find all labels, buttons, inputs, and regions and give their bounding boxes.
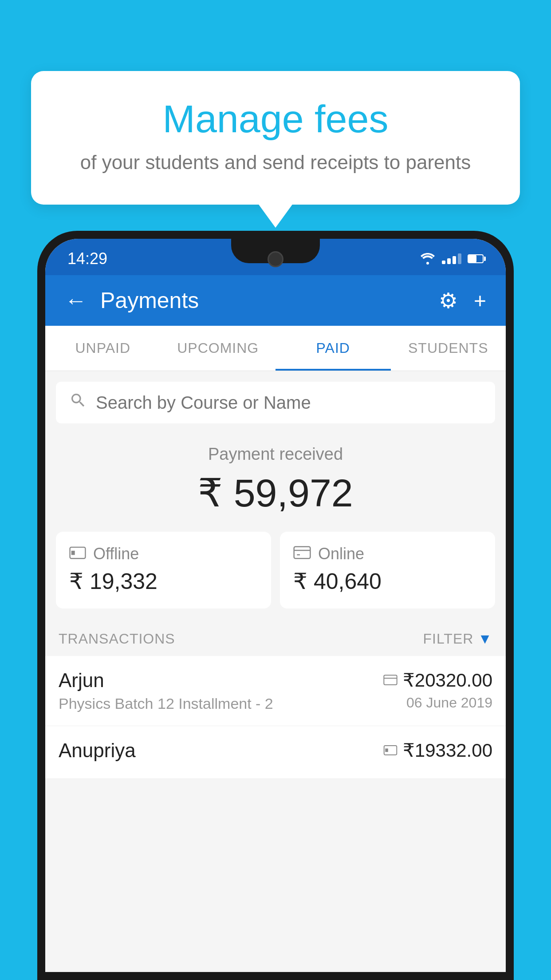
bubble-subtitle: of your students and send receipts to pa… <box>58 151 493 174</box>
transaction-left-1: Arjun Physics Batch 12 Installment - 2 <box>59 669 383 712</box>
tab-paid[interactable]: PAID <box>276 326 391 371</box>
transaction-amount-row-2: ₹19332.00 <box>383 739 492 761</box>
back-button[interactable]: ← <box>65 288 87 313</box>
transactions-header: TRANSACTIONS FILTER ▼ <box>45 622 506 656</box>
transaction-right-1: ₹20320.00 06 June 2019 <box>383 669 492 711</box>
offline-amount: ₹ 19,332 <box>69 569 258 594</box>
svg-rect-1 <box>294 547 311 559</box>
svg-rect-2 <box>384 675 397 684</box>
transaction-name-2: Anupriya <box>59 739 383 762</box>
search-icon <box>69 391 87 414</box>
content-area: Payment received ₹ 59,972 Offline <box>45 371 506 972</box>
status-time: 14:29 <box>67 249 107 268</box>
transaction-amount-1: ₹20320.00 <box>403 669 492 691</box>
tab-students[interactable]: STUDENTS <box>391 326 506 371</box>
transaction-left-2: Anupriya <box>59 739 383 765</box>
online-card-header: Online <box>293 544 482 563</box>
app-bar: ← Payments ⚙ + <box>45 275 506 326</box>
app-bar-title: Payments <box>100 288 425 313</box>
phone-camera <box>268 251 283 267</box>
battery-icon <box>468 254 484 263</box>
transaction-name-1: Arjun <box>59 669 383 692</box>
status-icons <box>420 253 484 265</box>
wifi-icon <box>420 253 436 265</box>
transaction-detail-1: Physics Batch 12 Installment - 2 <box>59 695 383 712</box>
online-payment-icon <box>383 672 398 689</box>
filter-label: FILTER <box>423 631 473 647</box>
offline-label: Offline <box>93 545 139 563</box>
transaction-date-1: 06 June 2019 <box>406 695 492 711</box>
offline-card-header: Offline <box>69 544 258 563</box>
search-bar[interactable] <box>56 382 495 423</box>
tab-upcoming[interactable]: UPCOMING <box>161 326 276 371</box>
tab-unpaid[interactable]: UNPAID <box>45 326 161 371</box>
table-row[interactable]: Anupriya ₹19332.00 <box>45 726 506 779</box>
phone-notch <box>231 239 320 263</box>
online-icon <box>293 544 311 563</box>
app-bar-actions: ⚙ + <box>439 288 486 313</box>
settings-button[interactable]: ⚙ <box>439 288 458 313</box>
phone-frame: 14:29 <box>37 231 514 980</box>
offline-card: Offline ₹ 19,332 <box>56 532 271 609</box>
filter-button[interactable]: FILTER ▼ <box>423 631 492 647</box>
online-label: Online <box>318 545 364 563</box>
bubble-title: Manage fees <box>58 98 493 141</box>
online-amount: ₹ 40,640 <box>293 569 482 594</box>
payment-received-label: Payment received <box>59 445 492 464</box>
phone-screen: 14:29 <box>45 239 506 972</box>
payment-cards: Offline ₹ 19,332 Online <box>45 532 506 622</box>
signal-icon <box>442 253 461 264</box>
transaction-amount-2: ₹19332.00 <box>403 739 492 761</box>
transaction-amount-row-1: ₹20320.00 <box>383 669 492 691</box>
online-card: Online ₹ 40,640 <box>280 532 495 609</box>
offline-payment-icon <box>383 742 398 759</box>
filter-icon: ▼ <box>478 631 492 647</box>
transaction-right-2: ₹19332.00 <box>383 739 492 761</box>
transactions-label: TRANSACTIONS <box>59 631 175 647</box>
table-row[interactable]: Arjun Physics Batch 12 Installment - 2 ₹… <box>45 656 506 726</box>
search-input[interactable] <box>96 393 482 413</box>
speech-bubble: Manage fees of your students and send re… <box>31 71 520 205</box>
tabs-bar: UNPAID UPCOMING PAID STUDENTS <box>45 326 506 371</box>
payment-amount: ₹ 59,972 <box>59 470 492 516</box>
add-button[interactable]: + <box>474 288 486 313</box>
payment-summary: Payment received ₹ 59,972 <box>45 423 506 532</box>
offline-icon <box>69 544 86 563</box>
